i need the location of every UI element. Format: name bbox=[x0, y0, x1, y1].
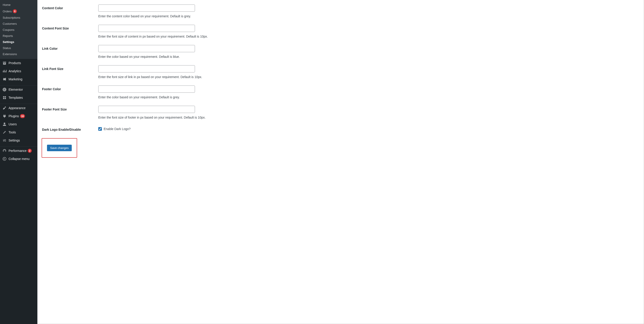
sidebar-item-label: Extensions bbox=[3, 53, 17, 56]
svg-rect-3 bbox=[4, 89, 6, 90]
performance-badge: 2 bbox=[28, 149, 32, 153]
save-button-highlight: Save changes bbox=[42, 138, 77, 158]
settings-panel: Content Color Enter the content color ba… bbox=[37, 0, 644, 324]
archive-icon bbox=[2, 61, 7, 65]
form-row-content-color: Content Color Enter the content color ba… bbox=[38, 0, 644, 20]
form-label: Link Font Size bbox=[42, 65, 98, 79]
form-row-footer-font-size: Footer Font Size Enter the font size of … bbox=[38, 101, 644, 122]
plug-icon bbox=[2, 114, 7, 118]
sidebar-item-settings[interactable]: Settings bbox=[0, 39, 37, 45]
sidebar-item-home[interactable]: Home bbox=[0, 2, 37, 8]
sidebar-item-appearance[interactable]: Appearance bbox=[0, 104, 37, 112]
brush-icon bbox=[2, 106, 7, 110]
form-field: Enter the color based on your requiremen… bbox=[98, 86, 639, 99]
form-row-content-font-size: Content Font Size Enter the font size of… bbox=[38, 20, 644, 41]
sidebar-item-label: Collapse menu bbox=[8, 157, 30, 161]
megaphone-icon bbox=[2, 77, 7, 82]
form-description: Enter the font size of footer in px base… bbox=[98, 116, 639, 119]
sidebar-item-users[interactable]: Users bbox=[0, 120, 37, 128]
sidebar-item-admin-settings[interactable]: Settings bbox=[0, 136, 37, 144]
sidebar-item-label: Analytics bbox=[8, 69, 21, 73]
form-label: Dark Logo Enable/Disable bbox=[42, 126, 98, 131]
sidebar-item-label: Reports bbox=[3, 34, 13, 38]
form-label: Link Color bbox=[42, 45, 98, 59]
svg-point-5 bbox=[4, 123, 5, 124]
sidebar-item-analytics[interactable]: Analytics bbox=[0, 67, 37, 75]
form-description: Enter the color based on your requiremen… bbox=[98, 55, 639, 59]
form-description: Enter the font size of link in px based … bbox=[98, 75, 639, 79]
form-field: Enter the font size of content in px bas… bbox=[98, 25, 639, 38]
form-row-link-font-size: Link Font Size Enter the font size of li… bbox=[38, 61, 644, 81]
checkbox-label: Enable Dark Logo? bbox=[104, 127, 131, 131]
chart-icon bbox=[2, 69, 7, 73]
form-field: Enter the content color based on your re… bbox=[98, 5, 639, 18]
sidebar-item-extensions[interactable]: Extensions bbox=[0, 51, 37, 57]
checkbox-wrapper: Enable Dark Logo? bbox=[98, 126, 639, 131]
form-field: Enable Dark Logo? bbox=[98, 126, 639, 131]
sidebar-item-label: Status bbox=[3, 46, 11, 50]
sidebar-item-coupons[interactable]: Coupons bbox=[0, 27, 37, 33]
form-label: Footer Font Size bbox=[42, 106, 98, 119]
content-color-input[interactable] bbox=[98, 5, 195, 12]
svg-point-6 bbox=[3, 157, 6, 160]
form-field: Enter the font size of link in px based … bbox=[98, 65, 639, 79]
plugins-badge: 16 bbox=[20, 114, 25, 118]
sidebar-item-label: Subscriptions bbox=[3, 16, 20, 19]
sliders-icon bbox=[2, 138, 7, 143]
sidebar-item-label: Settings bbox=[8, 139, 20, 142]
sidebar-item-reports[interactable]: Reports bbox=[0, 33, 37, 39]
sidebar-item-label: Orders bbox=[3, 10, 12, 13]
footer-font-size-input[interactable] bbox=[98, 106, 195, 113]
content-font-size-input[interactable] bbox=[98, 25, 195, 32]
form-row-link-color: Link Color Enter the color based on your… bbox=[38, 41, 644, 61]
sidebar-item-label: Users bbox=[8, 122, 17, 126]
dark-logo-checkbox[interactable] bbox=[98, 127, 102, 131]
sidebar-item-collapse[interactable]: Collapse menu bbox=[0, 155, 37, 163]
sidebar-item-plugins[interactable]: Plugins 16 bbox=[0, 112, 37, 120]
sidebar-item-label: Templates bbox=[8, 96, 23, 99]
form-label: Content Color bbox=[42, 5, 98, 18]
templates-icon bbox=[2, 95, 7, 100]
sidebar-item-tools[interactable]: Tools bbox=[0, 128, 37, 136]
form-row-footer-color: Footer Color Enter the color based on yo… bbox=[38, 81, 644, 101]
sidebar-item-subscriptions[interactable]: Subscriptions bbox=[0, 15, 37, 21]
sidebar-item-elementor[interactable]: Elementor bbox=[0, 86, 37, 94]
orders-badge: 8 bbox=[13, 9, 17, 13]
link-font-size-input[interactable] bbox=[98, 65, 195, 73]
main-content: Content Color Enter the content color ba… bbox=[37, 0, 644, 324]
sidebar-item-label: Customers bbox=[3, 22, 17, 26]
sidebar-submenu: Home Orders 8 Subscriptions Customers Co… bbox=[0, 0, 37, 59]
sidebar-item-templates[interactable]: Templates bbox=[0, 94, 37, 102]
sidebar-item-label: Home bbox=[3, 3, 10, 7]
sidebar-item-label: Marketing bbox=[8, 77, 22, 81]
elementor-icon bbox=[2, 87, 7, 92]
sidebar-item-marketing[interactable]: Marketing bbox=[0, 75, 37, 83]
user-icon bbox=[2, 122, 7, 126]
form-description: Enter the content color based on your re… bbox=[98, 15, 639, 18]
form-label: Footer Color bbox=[42, 86, 98, 99]
footer-color-input[interactable] bbox=[98, 86, 195, 93]
form-description: Enter the font size of content in px bas… bbox=[98, 35, 639, 38]
form-description: Enter the color based on your requiremen… bbox=[98, 95, 639, 99]
sidebar-item-label: Tools bbox=[8, 131, 16, 134]
svg-rect-2 bbox=[4, 89, 6, 89]
admin-sidebar: Home Orders 8 Subscriptions Customers Co… bbox=[0, 0, 37, 324]
sidebar-item-performance[interactable]: Performance 2 bbox=[0, 147, 37, 155]
sidebar-item-orders[interactable]: Orders 8 bbox=[0, 8, 37, 15]
collapse-icon bbox=[2, 157, 7, 161]
sidebar-item-label: Products bbox=[8, 61, 21, 65]
form-field: Enter the color based on your requiremen… bbox=[98, 45, 639, 59]
sidebar-item-label: Performance bbox=[8, 149, 26, 153]
svg-rect-4 bbox=[4, 90, 6, 91]
sidebar-item-label: Plugins bbox=[8, 114, 19, 118]
sidebar-item-customers[interactable]: Customers bbox=[0, 21, 37, 27]
wrench-icon bbox=[2, 130, 7, 135]
sidebar-item-status[interactable]: Status bbox=[0, 45, 37, 51]
save-changes-button[interactable]: Save changes bbox=[47, 145, 72, 151]
sidebar-item-label: Coupons bbox=[3, 28, 14, 32]
sidebar-item-products[interactable]: Products bbox=[0, 59, 37, 67]
sidebar-item-label: Elementor bbox=[8, 88, 23, 91]
link-color-input[interactable] bbox=[98, 45, 195, 52]
form-field: Enter the font size of footer in px base… bbox=[98, 106, 639, 119]
form-label: Content Font Size bbox=[42, 25, 98, 38]
